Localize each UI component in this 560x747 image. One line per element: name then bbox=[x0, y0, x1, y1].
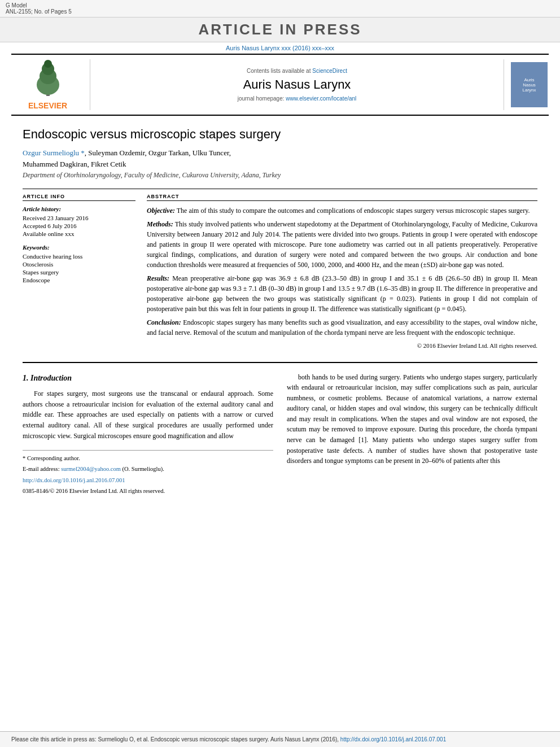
page-wrapper: G Model ANL-2155; No. of Pages 5 ARTICLE… bbox=[0, 0, 560, 747]
results-label: Results: bbox=[147, 274, 169, 282]
svg-point-4 bbox=[44, 60, 52, 68]
homepage-text: journal homepage: bbox=[238, 95, 285, 102]
methods-label: Methods: bbox=[147, 220, 173, 228]
journal-header: ELSEVIER Contents lists available at Sci… bbox=[11, 54, 549, 116]
section-number: 1. bbox=[23, 374, 29, 382]
results-text: Mean preoperative air-bone gap was 36.9 … bbox=[147, 274, 537, 313]
article-in-press-banner: ARTICLE IN PRESS bbox=[0, 18, 560, 42]
citation-bar: Please cite this article in press as: Su… bbox=[0, 731, 560, 747]
body-left-text: For stapes surgery, most surgeons use th… bbox=[23, 388, 273, 441]
authors-line: Ozgur Surmelioglu *, Suleyman Ozdemir, O… bbox=[23, 148, 537, 158]
contents-text: Contents lists available at bbox=[247, 68, 310, 74]
banner-text: ARTICLE IN PRESS bbox=[198, 21, 361, 38]
conclusion-text: Endoscopic stapes surgery has many benef… bbox=[147, 318, 537, 337]
elsevier-tree-icon bbox=[31, 59, 65, 99]
copyright-line: © 2016 Elsevier Ireland Ltd. All rights … bbox=[147, 341, 537, 351]
keyword-3: Stapes surgery bbox=[23, 269, 135, 276]
corresponding-author-note: * Corresponding author. bbox=[23, 454, 273, 463]
g-model-label: G Model bbox=[6, 2, 72, 8]
intro-right-para: both hands to be used during surgery. Pa… bbox=[287, 372, 537, 466]
section-divider bbox=[23, 362, 537, 363]
section-title-text: Introduction bbox=[30, 374, 72, 382]
email-label: E-mail address: bbox=[23, 466, 60, 472]
authors-text-2: Muhammed Dagkiran, Fikret Cetik bbox=[23, 160, 126, 168]
email-suffix: (O. Surmelioglu). bbox=[122, 466, 164, 472]
abstract-text: Objective: The aim of this study to comp… bbox=[147, 206, 537, 351]
citation-doi-link[interactable]: http://dx.doi.org/10.1016/j.anl.2016.07.… bbox=[340, 736, 446, 742]
journal-header-left: ELSEVIER bbox=[11, 59, 90, 110]
journal-ref-text: Auris Nasus Larynx xxx (2016) xxx–xxx bbox=[226, 45, 334, 51]
body-two-col: 1. Introduction For stapes surgery, most… bbox=[23, 372, 537, 498]
cover-line-3: Larynx bbox=[522, 88, 536, 93]
footnotes: * Corresponding author. E-mail address: … bbox=[23, 450, 273, 496]
elsevier-logo: ELSEVIER bbox=[28, 59, 67, 110]
top-bar: G Model ANL-2155; No. of Pages 5 bbox=[0, 0, 560, 18]
objective-label: Objective: bbox=[147, 207, 175, 215]
cover-line-2: Nasus bbox=[523, 82, 536, 88]
email-footnote: E-mail address: surmel2004@yahoo.com (O.… bbox=[23, 465, 273, 474]
article-content: Endoscopic versus microscopic stapes sur… bbox=[0, 116, 560, 509]
abstract-header: ABSTRACT bbox=[147, 194, 537, 201]
keywords-label: Keywords: bbox=[23, 244, 135, 251]
intro-section-title: 1. Introduction bbox=[23, 372, 273, 385]
cover-line-1: Auris bbox=[524, 77, 534, 82]
citation-text: Please cite this article in press as: Su… bbox=[11, 736, 339, 742]
keyword-1: Conductive hearing loss bbox=[23, 253, 135, 260]
article-history-label: Article history: bbox=[23, 206, 135, 212]
abstract-conclusion: Conclusion: Endoscopic stapes surgery ha… bbox=[147, 317, 537, 338]
affiliation-line: Department of Otorhinolaryngology, Facul… bbox=[23, 171, 537, 180]
sciencedirect-link[interactable]: ScienceDirect bbox=[312, 68, 347, 74]
journal-ref-line: Auris Nasus Larynx xxx (2016) xxx–xxx bbox=[0, 42, 560, 54]
elsevier-text: ELSEVIER bbox=[28, 101, 67, 110]
objective-text: The aim of this study to compare the out… bbox=[177, 207, 530, 215]
article-info-col: ARTICLE INFO Article history: Received 2… bbox=[23, 194, 135, 351]
journal-cover-thumb: Auris Nasus Larynx bbox=[511, 62, 548, 107]
available-date: Available online xxx bbox=[23, 230, 135, 237]
journal-header-center: Contents lists available at ScienceDirec… bbox=[90, 59, 504, 110]
contents-line: Contents lists available at ScienceDirec… bbox=[247, 68, 347, 74]
article-divider bbox=[23, 189, 537, 189]
authors-text: Ozgur Surmelioglu *, Suleyman Ozdemir, O… bbox=[23, 148, 231, 157]
abstract-objective: Objective: The aim of this study to comp… bbox=[147, 206, 537, 216]
top-bar-info: G Model ANL-2155; No. of Pages 5 bbox=[6, 2, 72, 15]
abstract-methods: Methods: This study involved patients wh… bbox=[147, 219, 537, 270]
doi-footnote: http://dx.doi.org/10.1016/j.anl.2016.07.… bbox=[23, 476, 273, 485]
authors-line-2: Muhammed Dagkiran, Fikret Cetik bbox=[23, 160, 537, 169]
methods-text: This study involved patients who underwe… bbox=[147, 220, 537, 269]
intro-left-para: For stapes surgery, most surgeons use th… bbox=[23, 388, 273, 441]
two-col-section: ARTICLE INFO Article history: Received 2… bbox=[23, 194, 537, 351]
article-info-header: ARTICLE INFO bbox=[23, 194, 135, 201]
article-id: ANL-2155; No. of Pages 5 bbox=[6, 8, 72, 15]
conclusion-label: Conclusion: bbox=[147, 318, 181, 326]
journal-title: Auris Nasus Larynx bbox=[243, 77, 351, 92]
article-title: Endoscopic versus microscopic stapes sur… bbox=[23, 127, 537, 142]
accepted-date: Accepted 6 July 2016 bbox=[23, 222, 135, 229]
email-link[interactable]: surmel2004@yahoo.com bbox=[61, 466, 121, 472]
doi-link[interactable]: http://dx.doi.org/10.1016/j.anl.2016.07.… bbox=[23, 477, 125, 483]
keyword-2: Otosclerosis bbox=[23, 261, 135, 268]
body-right-text: both hands to be used during surgery. Pa… bbox=[287, 372, 537, 466]
body-right-col: both hands to be used during surgery. Pa… bbox=[287, 372, 537, 498]
issn-footnote: 0385-8146/© 2016 Elsevier Ireland Ltd. A… bbox=[23, 487, 273, 496]
received-date: Received 23 January 2016 bbox=[23, 215, 135, 221]
homepage-link[interactable]: www.elsevier.com/locate/anl bbox=[286, 95, 356, 102]
journal-header-right: Auris Nasus Larynx bbox=[504, 59, 549, 110]
abstract-col: ABSTRACT Objective: The aim of this stud… bbox=[147, 194, 537, 351]
homepage-line: journal homepage: www.elsevier.com/locat… bbox=[238, 95, 357, 102]
corresponding-author-link[interactable]: Ozgur Surmelioglu * bbox=[23, 148, 85, 157]
abstract-results: Results: Mean preoperative air-bone gap … bbox=[147, 273, 537, 314]
body-left-col: 1. Introduction For stapes surgery, most… bbox=[23, 372, 273, 498]
keyword-4: Endoscope bbox=[23, 277, 135, 283]
